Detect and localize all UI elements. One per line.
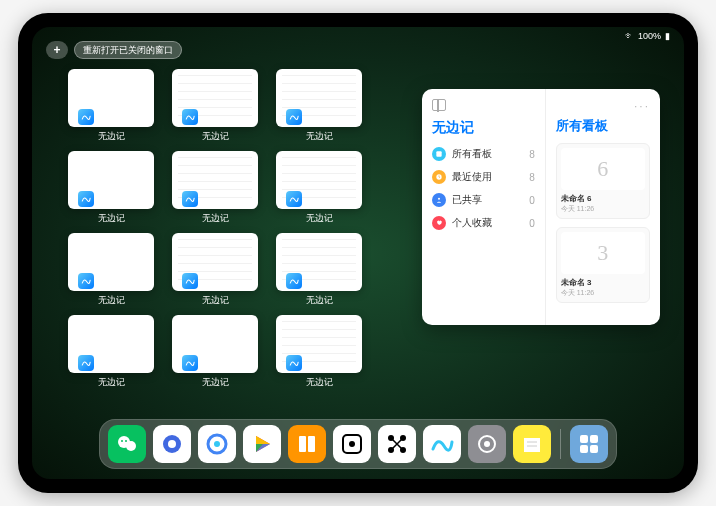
wechat-icon[interactable] bbox=[108, 425, 146, 463]
category-item[interactable]: 个人收藏0 bbox=[432, 216, 535, 230]
freeform-app-icon bbox=[78, 109, 94, 125]
category-label: 个人收藏 bbox=[452, 216, 523, 230]
svg-point-14 bbox=[349, 441, 355, 447]
category-item[interactable]: 所有看板8 bbox=[432, 147, 535, 161]
add-window-button[interactable]: + bbox=[46, 41, 68, 59]
window-thumbnail[interactable] bbox=[276, 233, 362, 291]
connect-dots-icon[interactable] bbox=[378, 425, 416, 463]
reopen-closed-window-button[interactable]: 重新打开已关闭的窗口 bbox=[74, 41, 182, 59]
svg-rect-27 bbox=[590, 445, 598, 453]
freeform-app-icon bbox=[182, 191, 198, 207]
notes-icon[interactable] bbox=[513, 425, 551, 463]
board-name: 未命名 6 bbox=[561, 193, 645, 204]
window-label: 无边记 bbox=[202, 294, 229, 307]
status-bar: ᯤ 100% ▮ bbox=[625, 31, 670, 41]
window-thumbnail[interactable] bbox=[172, 315, 258, 373]
window-item[interactable]: 无边记 bbox=[172, 315, 258, 389]
freeform-icon[interactable] bbox=[423, 425, 461, 463]
freeform-app-icon bbox=[286, 109, 302, 125]
category-count: 0 bbox=[529, 218, 535, 229]
category-list: 所有看板8最近使用8已共享0个人收藏0 bbox=[432, 147, 535, 230]
svg-point-10 bbox=[214, 441, 220, 447]
window-thumbnail[interactable] bbox=[276, 151, 362, 209]
svg-rect-26 bbox=[580, 445, 588, 453]
category-count: 8 bbox=[529, 172, 535, 183]
freeform-app-icon bbox=[286, 191, 302, 207]
widget-icon[interactable] bbox=[333, 425, 371, 463]
play-color-icon[interactable] bbox=[243, 425, 281, 463]
window-thumbnail[interactable] bbox=[276, 69, 362, 127]
window-label: 无边记 bbox=[202, 212, 229, 225]
svg-rect-25 bbox=[590, 435, 598, 443]
window-thumbnail[interactable] bbox=[172, 69, 258, 127]
books-icon[interactable] bbox=[288, 425, 326, 463]
window-item[interactable]: 无边记 bbox=[172, 233, 258, 307]
window-thumbnail[interactable] bbox=[276, 315, 362, 373]
freeform-app-icon bbox=[78, 191, 94, 207]
window-label: 无边记 bbox=[306, 376, 333, 389]
quark-icon[interactable] bbox=[153, 425, 191, 463]
window-thumbnail[interactable] bbox=[172, 233, 258, 291]
freeform-app-icon bbox=[182, 273, 198, 289]
preview-panel[interactable]: 无边记 所有看板8最近使用8已共享0个人收藏0 ··· 所有看板 6未命名 6今… bbox=[422, 89, 660, 325]
wifi-icon: ᯤ bbox=[625, 31, 634, 41]
more-button[interactable]: ··· bbox=[556, 99, 650, 113]
boards-list: 6未命名 6今天 11:263未命名 3今天 11:26 bbox=[556, 143, 650, 303]
category-label: 最近使用 bbox=[452, 170, 523, 184]
sidebar-icon[interactable] bbox=[432, 99, 446, 111]
windows-grid: 无边记无边记无边记无边记无边记无边记无边记无边记无边记无边记无边记无边记 bbox=[68, 69, 362, 389]
window-item[interactable]: 无边记 bbox=[68, 69, 154, 143]
window-item[interactable]: 无边记 bbox=[172, 151, 258, 225]
category-icon bbox=[432, 216, 446, 230]
window-thumbnail[interactable] bbox=[68, 233, 154, 291]
category-icon bbox=[432, 193, 446, 207]
window-thumbnail[interactable] bbox=[172, 151, 258, 209]
window-label: 无边记 bbox=[306, 212, 333, 225]
window-label: 无边记 bbox=[98, 376, 125, 389]
right-title: 所有看板 bbox=[556, 117, 650, 135]
window-label: 无边记 bbox=[98, 294, 125, 307]
window-label: 无边记 bbox=[98, 212, 125, 225]
freeform-app-icon bbox=[182, 109, 198, 125]
window-item[interactable]: 无边记 bbox=[276, 233, 362, 307]
screen: ᯤ 100% ▮ + 重新打开已关闭的窗口 无边记无边记无边记无边记无边记无边记… bbox=[32, 27, 684, 479]
browser-icon[interactable] bbox=[198, 425, 236, 463]
svg-point-5 bbox=[121, 440, 123, 442]
window-item[interactable]: 无边记 bbox=[68, 151, 154, 225]
category-item[interactable]: 最近使用8 bbox=[432, 170, 535, 184]
category-icon bbox=[432, 147, 446, 161]
window-item[interactable]: 无边记 bbox=[172, 69, 258, 143]
category-count: 0 bbox=[529, 195, 535, 206]
category-count: 8 bbox=[529, 149, 535, 160]
window-thumbnail[interactable] bbox=[68, 315, 154, 373]
svg-rect-0 bbox=[436, 151, 441, 156]
board-card[interactable]: 3未命名 3今天 11:26 bbox=[556, 227, 650, 303]
freeform-app-icon bbox=[286, 273, 302, 289]
window-thumbnail[interactable] bbox=[68, 151, 154, 209]
freeform-app-icon bbox=[182, 355, 198, 371]
window-item[interactable]: 无边记 bbox=[68, 315, 154, 389]
battery-text: 100% bbox=[638, 31, 661, 41]
category-label: 所有看板 bbox=[452, 147, 523, 161]
window-thumbnail[interactable] bbox=[68, 69, 154, 127]
window-item[interactable]: 无边记 bbox=[68, 233, 154, 307]
window-label: 无边记 bbox=[202, 376, 229, 389]
freeform-app-icon bbox=[78, 273, 94, 289]
category-item[interactable]: 已共享0 bbox=[432, 193, 535, 207]
svg-point-20 bbox=[484, 441, 490, 447]
panel-left: 无边记 所有看板8最近使用8已共享0个人收藏0 bbox=[422, 89, 546, 325]
category-label: 已共享 bbox=[452, 193, 523, 207]
freeform-app-icon bbox=[286, 355, 302, 371]
svg-point-8 bbox=[168, 440, 176, 448]
window-label: 无边记 bbox=[202, 130, 229, 143]
app-library-icon[interactable] bbox=[570, 425, 608, 463]
svg-point-2 bbox=[438, 198, 440, 200]
window-label: 无边记 bbox=[306, 294, 333, 307]
window-item[interactable]: 无边记 bbox=[276, 151, 362, 225]
settings-icon[interactable] bbox=[468, 425, 506, 463]
window-item[interactable]: 无边记 bbox=[276, 315, 362, 389]
board-date: 今天 11:26 bbox=[561, 204, 645, 214]
window-item[interactable]: 无边记 bbox=[276, 69, 362, 143]
board-card[interactable]: 6未命名 6今天 11:26 bbox=[556, 143, 650, 219]
svg-rect-11 bbox=[299, 436, 306, 452]
